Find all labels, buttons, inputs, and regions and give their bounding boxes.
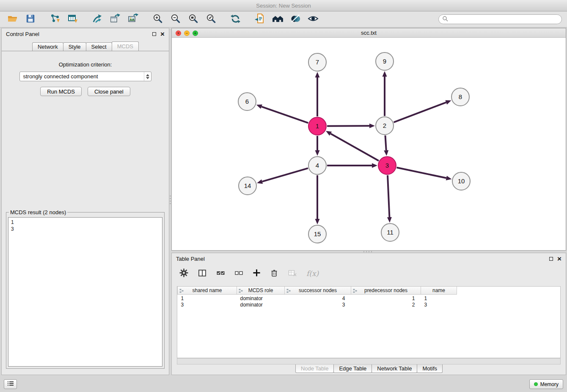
column-header-successor-nodes[interactable]: successor nodes <box>285 287 351 294</box>
graph-edge[interactable] <box>388 175 389 217</box>
venn-style-icon <box>290 14 301 25</box>
window-minimize-icon[interactable]: − <box>184 30 190 36</box>
graph-edge[interactable] <box>261 107 308 123</box>
window-close-icon[interactable]: × <box>176 30 181 36</box>
table-row[interactable]: 3dominator323 <box>178 301 561 308</box>
close-panel-button[interactable]: Close panel <box>88 87 130 96</box>
splitter-grip-icon <box>170 196 171 206</box>
table-cell[interactable]: 2 <box>351 301 421 308</box>
table-cell[interactable]: dominator <box>237 294 285 301</box>
tab-style[interactable]: Style <box>63 42 86 51</box>
table-cell[interactable]: 3 <box>178 301 237 308</box>
table-cell[interactable]: 3 <box>285 301 351 308</box>
graph-node-label: 15 <box>314 230 321 237</box>
tab-network[interactable]: Network <box>32 42 63 51</box>
column-header-name[interactable]: name <box>421 287 457 294</box>
task-history-button[interactable] <box>4 379 17 389</box>
columns-icon <box>198 269 207 279</box>
graph-edge[interactable] <box>262 168 308 182</box>
import-table-button[interactable] <box>65 13 80 26</box>
table-cell[interactable]: 1 <box>351 294 421 301</box>
graph-node-label: 14 <box>244 182 251 189</box>
window-title: Session: New Session <box>256 3 311 9</box>
column-chooser-button[interactable] <box>198 269 207 279</box>
export-image-button[interactable] <box>125 13 140 26</box>
zoom-in-button[interactable] <box>150 13 165 26</box>
delete-column-button[interactable] <box>270 268 278 279</box>
image-arrow-icon <box>127 13 138 25</box>
graph-edge[interactable] <box>330 134 379 161</box>
zoom-out-button[interactable] <box>168 13 183 26</box>
graph-edge[interactable] <box>394 102 446 122</box>
table-settings-button[interactable] <box>179 268 188 279</box>
table-cell[interactable]: 4 <box>285 294 351 301</box>
float-panel-icon[interactable] <box>152 32 156 36</box>
splitter-grip-icon <box>363 251 374 252</box>
sort-icon <box>286 288 291 294</box>
tab-network-table[interactable]: Network Table <box>372 364 417 373</box>
table-panel-header: Table Panel × <box>172 253 566 264</box>
search-input[interactable] <box>450 17 558 22</box>
table-cell[interactable]: 1 <box>421 294 457 301</box>
table-cell[interactable]: 1 <box>178 294 237 301</box>
float-panel-icon[interactable] <box>549 257 553 261</box>
table-horizontal-scrollbar[interactable] <box>177 358 561 364</box>
close-panel-icon[interactable]: × <box>557 255 561 262</box>
graph-edge[interactable] <box>327 126 369 126</box>
table-cell[interactable]: dominator <box>237 301 285 308</box>
main-toolbar <box>0 11 567 28</box>
import-network-button[interactable] <box>47 13 63 26</box>
network-tools-button[interactable] <box>90 13 105 26</box>
column-header-predecessor-nodes[interactable]: predecessor nodes <box>351 287 421 294</box>
graph-node-label: 11 <box>387 229 394 236</box>
zoom-selected-button[interactable] <box>203 13 218 26</box>
tab-select[interactable]: Select <box>86 42 112 51</box>
export-table-button[interactable] <box>107 13 123 26</box>
home-view-button[interactable] <box>270 13 285 26</box>
style-button[interactable] <box>288 13 303 26</box>
zoom-fit-button[interactable] <box>185 13 201 26</box>
tab-mcds[interactable]: MCDS <box>112 41 139 51</box>
save-icon <box>25 14 36 25</box>
graph-edge-arrow-icon <box>383 71 387 77</box>
select-all-columns-button[interactable] <box>216 269 225 279</box>
mcds-result-group: MCDS result (2 nodes) 13 <box>6 209 165 369</box>
tab-edge-table[interactable]: Edge Table <box>333 364 372 373</box>
sort-icon <box>239 288 243 294</box>
search-box[interactable] <box>438 14 562 24</box>
zoom-selected-icon <box>206 14 216 25</box>
tab-motifs[interactable]: Motifs <box>417 364 443 373</box>
document-share-icon <box>254 13 265 25</box>
table-panel: Table Panel × f(x) shared name MCDS role… <box>171 253 566 375</box>
window-zoom-icon[interactable]: + <box>193 30 198 36</box>
run-mcds-button[interactable]: Run MCDS <box>40 87 82 96</box>
table-tabbar: Node Table Edge Table Network Table Moti… <box>172 364 566 374</box>
mcds-result-line[interactable]: 1 <box>11 219 160 226</box>
unselect-all-columns-button[interactable] <box>234 269 243 279</box>
refresh-button[interactable] <box>228 13 243 26</box>
open-session-button[interactable] <box>5 13 20 26</box>
column-header-mcds-role[interactable]: MCDS role <box>237 287 285 294</box>
save-session-button[interactable] <box>23 13 38 26</box>
tab-node-table[interactable]: Node Table <box>295 364 334 373</box>
memory-button[interactable]: Memory <box>529 379 563 389</box>
search-icon <box>442 16 448 23</box>
column-header-shared-name[interactable]: shared name <box>178 287 237 294</box>
optimization-select-value: strongly connected component <box>23 73 98 80</box>
table-row[interactable]: 1dominator411 <box>178 294 561 301</box>
graph-edge[interactable] <box>397 168 446 178</box>
mcds-result-list[interactable]: 13 <box>8 217 162 367</box>
graph-edge-arrow-icon <box>369 124 375 128</box>
create-column-button[interactable] <box>253 269 261 278</box>
network-canvas[interactable]: 7968124314101511 <box>172 38 566 250</box>
table-cell[interactable]: 3 <box>421 301 457 308</box>
optimization-select[interactable]: strongly connected component <box>19 72 151 81</box>
graph-edge-arrow-icon <box>384 150 388 156</box>
graph-edge-arrow-icon <box>315 72 320 77</box>
export-network-button[interactable] <box>252 13 267 26</box>
graph-edge[interactable] <box>385 135 386 150</box>
graph-node-label: 7 <box>316 58 319 66</box>
show-hide-button[interactable] <box>306 13 321 26</box>
close-panel-icon[interactable]: × <box>160 30 165 38</box>
mcds-result-line[interactable]: 3 <box>11 226 160 232</box>
